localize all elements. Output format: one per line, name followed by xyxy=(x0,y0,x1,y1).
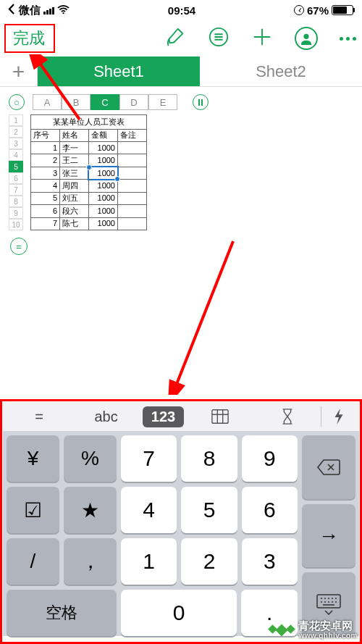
col-D[interactable]: D xyxy=(119,94,148,110)
status-bar: 微信 09:54 67% xyxy=(0,0,362,20)
profile-icon[interactable] xyxy=(295,27,318,50)
done-label: 完成 xyxy=(13,29,45,47)
list-icon[interactable] xyxy=(208,26,230,51)
key-8[interactable]: 8 xyxy=(181,435,237,482)
row-7[interactable]: 7 xyxy=(9,184,23,196)
key-1[interactable]: 1 xyxy=(121,538,177,585)
formula-icon[interactable]: = xyxy=(10,238,28,255)
key-9[interactable]: 9 xyxy=(242,435,298,482)
key-6[interactable]: 6 xyxy=(242,487,298,533)
row-1[interactable]: 1 xyxy=(9,114,23,126)
watermark-title: 青花安卓网 xyxy=(298,620,358,631)
table-title[interactable]: 某某单位人员工资表 xyxy=(31,115,147,130)
key-5[interactable]: 5 xyxy=(181,487,237,533)
column-headers: ○ A B C D E xyxy=(0,87,362,114)
svg-line-4 xyxy=(175,241,233,388)
kbd-123[interactable]: 123 xyxy=(143,406,184,427)
hdr-name[interactable]: 姓名 xyxy=(60,129,89,141)
kbd-lightning-icon[interactable] xyxy=(321,408,356,425)
row-2[interactable]: 2 xyxy=(9,126,23,138)
row-9[interactable]: 9 xyxy=(9,207,23,219)
tab-sheet1[interactable]: Sheet1 xyxy=(38,57,200,86)
tab-sheet2[interactable]: Sheet2 xyxy=(200,57,362,86)
key-star[interactable]: ★ xyxy=(64,487,117,533)
keypad: ¥ % ☑ ★ / ， 空格 7 8 9 xyxy=(3,431,359,636)
time-label: 09:54 xyxy=(168,4,195,17)
keyboard-panel: = abc 123 ¥ % ☑ ★ / ， xyxy=(0,399,362,644)
kbd-table-icon[interactable] xyxy=(187,408,253,425)
toggle-left-icon[interactable]: ○ xyxy=(9,94,25,110)
battery-icon xyxy=(332,5,355,15)
key-percent[interactable]: % xyxy=(64,435,117,482)
hdr-seq[interactable]: 序号 xyxy=(31,129,60,141)
col-C[interactable]: C xyxy=(90,94,119,110)
data-table[interactable]: 某某单位人员工资表 序号 姓名 金额 备注 1李一1000 2王二1000 3张… xyxy=(30,114,147,230)
key-arrow[interactable]: → xyxy=(302,504,355,568)
key-space[interactable]: 空格 xyxy=(7,590,117,636)
carrier-label: 微信 xyxy=(19,4,41,17)
hdr-note[interactable]: 备注 xyxy=(118,129,147,141)
row-5[interactable]: 5 xyxy=(9,161,23,172)
watermark: 青花安卓网 www.qhhlv.com xyxy=(269,620,358,640)
watermark-url: www.qhhlv.com xyxy=(298,632,358,640)
kbd-equals[interactable]: = xyxy=(6,409,72,425)
paint-brush-icon[interactable] xyxy=(164,26,186,51)
toggle-right-icon[interactable] xyxy=(193,94,209,110)
plus-icon[interactable] xyxy=(251,26,273,51)
more-icon[interactable] xyxy=(340,37,356,41)
key-3[interactable]: 3 xyxy=(242,538,298,585)
toolbar: 完成 xyxy=(0,20,362,57)
row-8[interactable]: 8 xyxy=(9,196,23,207)
row-6[interactable]: 6 xyxy=(9,172,23,184)
col-E[interactable]: E xyxy=(148,94,177,110)
spreadsheet-area[interactable]: 1 2 3 4 5 6 7 8 9 10 某某单位人员工资表 序号 姓名 金额 … xyxy=(0,114,362,230)
key-0[interactable]: 0 xyxy=(121,590,237,636)
row-3[interactable]: 3 xyxy=(9,138,23,149)
key-2[interactable]: 2 xyxy=(181,538,237,585)
key-slash[interactable]: / xyxy=(7,538,59,585)
svg-point-2 xyxy=(303,34,308,39)
svg-point-0 xyxy=(62,12,64,14)
key-4[interactable]: 4 xyxy=(121,487,177,533)
key-7[interactable]: 7 xyxy=(121,435,177,482)
signal-icon xyxy=(43,6,54,14)
kbd-abc[interactable]: abc xyxy=(72,409,139,425)
svg-rect-6 xyxy=(317,595,340,608)
battery-label: 67% xyxy=(307,4,329,17)
wifi-icon xyxy=(57,4,70,17)
done-button[interactable]: 完成 xyxy=(4,24,55,53)
back-chevron-icon xyxy=(7,4,16,17)
hdr-amount[interactable]: 金额 xyxy=(89,129,118,141)
row-4[interactable]: 4 xyxy=(9,149,23,161)
kbd-hourglass-icon[interactable] xyxy=(254,408,321,425)
key-check[interactable]: ☑ xyxy=(7,487,59,533)
annotation-arrow-2 xyxy=(9,235,240,395)
watermark-logo-icon xyxy=(269,626,294,635)
key-comma[interactable]: ， xyxy=(64,538,117,585)
sheet-tabs: + Sheet1 Sheet2 xyxy=(0,57,362,87)
key-backspace[interactable] xyxy=(302,435,355,499)
add-sheet-button[interactable]: + xyxy=(0,57,38,86)
col-A[interactable]: A xyxy=(33,94,62,110)
col-B[interactable]: B xyxy=(62,94,90,110)
row-10[interactable]: 10 xyxy=(9,219,23,230)
keyboard-toolbar: = abc 123 xyxy=(3,402,359,431)
clock-icon xyxy=(294,5,304,15)
svg-rect-5 xyxy=(212,410,228,423)
key-yen[interactable]: ¥ xyxy=(7,435,59,482)
